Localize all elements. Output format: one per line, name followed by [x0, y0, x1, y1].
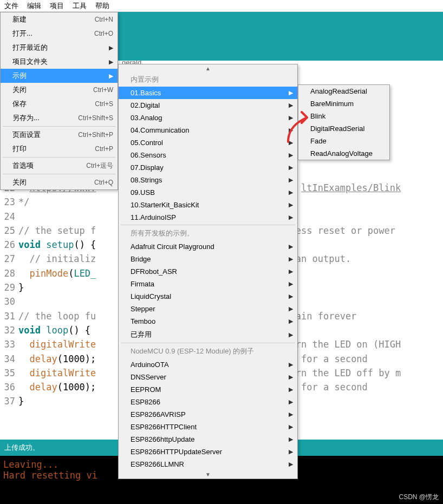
examples-item-label: ESP8266AVRISP [131, 410, 186, 418]
menu-print[interactable]: 打印Ctrl+P [1, 142, 118, 156]
menubar-file[interactable]: 文件 [0, 0, 23, 11]
menubar-edit[interactable]: 编辑 [23, 0, 45, 11]
menu-open-shortcut: Ctrl+O [94, 30, 113, 37]
basics-item[interactable]: DigitalReadSerial [298, 122, 389, 135]
examples-item-label: ArduinoOTA [131, 361, 169, 369]
menu-quit[interactable]: 关闭Ctrl+Q [1, 175, 118, 189]
basics-item[interactable]: BareMinimum [298, 97, 389, 110]
menu-separator [121, 343, 295, 343]
menu-new-label: 新建 [12, 15, 27, 24]
examples-item[interactable]: 01.Basics▶ [119, 87, 297, 99]
menu-page-setup-shortcut: Ctrl+Shift+P [78, 131, 113, 139]
chevron-right-icon: ▶ [289, 114, 293, 121]
examples-item[interactable]: 06.Sensors▶ [119, 149, 297, 161]
examples-item[interactable]: 10.StarterKit_BasicKit▶ [119, 199, 297, 211]
chevron-right-icon: ▶ [289, 436, 293, 443]
examples-item[interactable]: 02.Digital▶ [119, 99, 297, 112]
examples-item[interactable]: 04.Communication▶ [119, 124, 297, 136]
menu-preferences-shortcut: Ctrl+逗号 [86, 161, 113, 171]
menu-open-recent[interactable]: 打开最近的▶ [1, 41, 118, 55]
chevron-right-icon: ▶ [289, 411, 293, 418]
scroll-down-icon[interactable]: ▼ [119, 470, 297, 479]
examples-item[interactable]: 08.Strings▶ [119, 174, 297, 186]
examples-item[interactable]: 已弃用▶ [119, 328, 297, 342]
basics-item[interactable]: Blink [298, 110, 389, 122]
examples-item-label: DNSServer [131, 373, 166, 381]
examples-item[interactable]: 11.ArduinoISP▶ [119, 211, 297, 224]
chevron-right-icon: ▶ [109, 73, 113, 80]
examples-item[interactable]: LiquidCrystal▶ [119, 290, 297, 303]
examples-item-label: 09.USB [131, 188, 155, 197]
examples-item[interactable]: DNSServer▶ [119, 371, 297, 383]
examples-item[interactable]: DFRobot_ASR▶ [119, 265, 297, 278]
examples-item[interactable]: ESP8266httpUpdate▶ [119, 433, 297, 446]
line-number: 32 [0, 323, 18, 337]
examples-item[interactable]: ESP8266HTTPUpdateServer▶ [119, 446, 297, 458]
menu-print-shortcut: Ctrl+P [95, 145, 113, 153]
menubar-project[interactable]: 项目 [45, 0, 68, 11]
examples-item-label: 11.ArduinoISP [131, 213, 176, 221]
examples-item-label: ESP8266httpUpdate [131, 435, 195, 443]
examples-item[interactable]: Firmata▶ [119, 278, 297, 290]
examples-item[interactable]: 05.Control▶ [119, 136, 297, 149]
examples-item[interactable]: 09.USB▶ [119, 186, 297, 199]
chevron-right-icon: ▶ [109, 58, 113, 66]
chevron-right-icon: ▶ [289, 398, 293, 405]
menu-save-label: 保存 [12, 99, 27, 109]
examples-item[interactable]: 03.Analog▶ [119, 112, 297, 124]
examples-item[interactable]: Stepper▶ [119, 303, 297, 315]
chevron-right-icon: ▶ [289, 305, 293, 312]
examples-item-label: ESP8266HTTPUpdateServer [131, 448, 222, 456]
examples-item[interactable]: Adafruit Circuit Playground▶ [119, 240, 297, 253]
file-menu: 新建Ctrl+N 打开...Ctrl+O 打开最近的▶ 项目文件夹▶ 示例▶ 关… [0, 12, 118, 190]
line-number: 33 [0, 337, 18, 351]
menu-open[interactable]: 打开...Ctrl+O [1, 27, 118, 41]
examples-item-label: 02.Digital [131, 101, 160, 109]
line-number: 28 [0, 266, 18, 280]
examples-item[interactable]: Temboo▶ [119, 315, 297, 328]
line-number: 29 [0, 280, 18, 294]
examples-item[interactable]: ESP8266LLMNR▶ [119, 458, 297, 470]
basics-item[interactable]: AnalogReadSerial [298, 85, 389, 97]
chevron-right-icon: ▶ [289, 89, 293, 96]
menu-new-shortcut: Ctrl+N [95, 16, 113, 23]
chevron-right-icon: ▶ [289, 189, 293, 196]
menu-project-folder[interactable]: 项目文件夹▶ [1, 55, 118, 69]
line-number: 35 [0, 366, 18, 380]
menu-save-as[interactable]: 另存为...Ctrl+Shift+S [1, 111, 118, 125]
chevron-right-icon: ▶ [289, 268, 293, 275]
menu-close[interactable]: 关闭Ctrl+W [1, 83, 118, 97]
menu-preferences[interactable]: 首选项Ctrl+逗号 [1, 159, 118, 173]
examples-item[interactable]: Bridge▶ [119, 253, 297, 265]
chevron-right-icon: ▶ [289, 152, 293, 159]
scroll-up-icon[interactable]: ▲ [119, 64, 297, 73]
menu-preferences-label: 首选项 [12, 161, 34, 171]
line-number: 34 [0, 352, 18, 366]
menu-separator [3, 174, 115, 174]
chevron-right-icon: ▶ [289, 386, 293, 393]
menu-page-setup-label: 页面设置 [12, 130, 41, 140]
menubar-tools[interactable]: 工具 [68, 0, 91, 11]
chevron-right-icon: ▶ [289, 318, 293, 325]
menu-save[interactable]: 保存Ctrl+S [1, 97, 118, 111]
menu-new[interactable]: 新建Ctrl+N [1, 12, 118, 27]
menu-page-setup[interactable]: 页面设置Ctrl+Shift+P [1, 128, 118, 142]
menubar-help[interactable]: 帮助 [91, 0, 114, 11]
examples-item[interactable]: ESP8266HTTPClient▶ [119, 421, 297, 433]
examples-item[interactable]: ArduinoOTA▶ [119, 358, 297, 371]
menu-examples[interactable]: 示例▶ [1, 69, 118, 83]
examples-item-label: Bridge [131, 255, 151, 263]
examples-item[interactable]: EEPROM▶ [119, 383, 297, 396]
examples-item[interactable]: 07.Display▶ [119, 161, 297, 174]
menu-open-label: 打开... [12, 29, 32, 38]
examples-item-label: ESP8266HTTPClient [131, 423, 197, 431]
line-number: 30 [0, 294, 18, 309]
basics-item[interactable]: ReadAnalogVoltage [298, 147, 389, 160]
menubar: 文件 编辑 项目 工具 帮助 [0, 0, 443, 12]
examples-item[interactable]: ESP8266▶ [119, 396, 297, 408]
basics-item[interactable]: Fade [298, 135, 389, 147]
basics-menu: AnalogReadSerialBareMinimumBlinkDigitalR… [298, 84, 390, 160]
menu-save-shortcut: Ctrl+S [95, 100, 113, 108]
examples-item[interactable]: ESP8266AVRISP▶ [119, 408, 297, 421]
examples-item-label: Stepper [131, 305, 155, 313]
